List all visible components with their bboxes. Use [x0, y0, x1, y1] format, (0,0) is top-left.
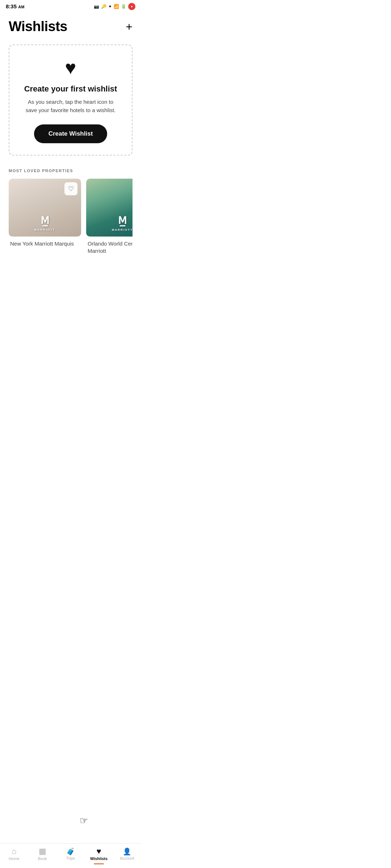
property-name-2: Orlando World Center Marriott [88, 240, 133, 255]
most-loved-section: MOST LOVED PROPERTIES M̲ MARRIOTT ♡ [9, 169, 133, 259]
heart-icon-large: ♥ [65, 58, 76, 77]
page-header: Wishlists + [9, 19, 133, 34]
properties-scroll[interactable]: M̲ MARRIOTT ♡ New York Marriott Marquis [0, 179, 133, 259]
create-wishlist-button[interactable]: Create Wishlist [34, 124, 108, 143]
battery-icon: 🔋 [121, 4, 126, 9]
property-image-1: M̲ MARRIOTT ♡ [9, 179, 81, 237]
status-icons-area: 📷 🔑 ✦ 📶 🔋 ● [94, 3, 135, 10]
property-photo-2: M̲ MARRIOTT [86, 179, 133, 237]
property-heart-button-1[interactable]: ♡ [64, 182, 77, 195]
record-indicator: ● [128, 3, 135, 10]
status-time: 8:35 AM [6, 3, 24, 9]
property-info-1: New York Marriott Marquis [9, 237, 81, 247]
heart-outline-icon-1: ♡ [68, 186, 74, 192]
marriott-logo-2: M̲ MARRIOTT [112, 216, 133, 232]
add-wishlist-button[interactable]: + [126, 21, 133, 33]
empty-wishlist-description: As you search, tap the heart icon to sav… [24, 98, 118, 114]
most-loved-label: MOST LOVED PROPERTIES [9, 169, 133, 173]
property-name-1: New York Marriott Marquis [10, 240, 80, 247]
empty-wishlist-title: Create your first wishlist [24, 84, 117, 94]
property-image-2: M̲ MARRIOTT ♡ [86, 179, 133, 237]
video-icon: 📷 [94, 4, 99, 9]
empty-wishlist-card: ♥ Create your first wishlist As you sear… [9, 44, 133, 156]
key-icon: 🔑 [101, 4, 106, 9]
status-time-area: 8:35 AM [6, 3, 24, 10]
signal-icon: 📶 [114, 4, 119, 9]
bluetooth-icon: ✦ [108, 4, 112, 9]
status-bar: 8:35 AM 📷 🔑 ✦ 📶 🔋 ● [0, 0, 141, 12]
property-card-1[interactable]: M̲ MARRIOTT ♡ New York Marriott Marquis [9, 179, 81, 255]
property-info-2: Orlando World Center Marriott [86, 237, 133, 255]
marriott-logo-1: M̲ MARRIOTT [34, 216, 55, 232]
main-content: Wishlists + ♥ Create your first wishlist… [0, 12, 141, 302]
page-title: Wishlists [9, 19, 67, 34]
property-card-2[interactable]: M̲ MARRIOTT ♡ Orlando World Center Marri… [86, 179, 133, 255]
